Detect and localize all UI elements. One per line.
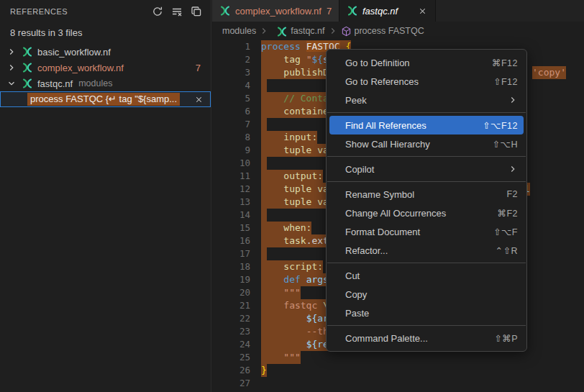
tab-label: fastqc.nf <box>362 6 398 17</box>
menu-item-cut[interactable]: Cut <box>327 266 526 285</box>
selection-highlight <box>261 79 267 92</box>
references-panel-header: REFERENCES <box>0 0 211 23</box>
menu-item-format-document[interactable]: Format Document⇧⌥F <box>327 222 526 241</box>
selection-highlight: } <box>261 364 267 377</box>
menu-item-label: Copy <box>345 289 367 300</box>
refresh-icon[interactable] <box>150 4 165 19</box>
code-token <box>301 41 306 52</box>
reference-result-item[interactable]: process FASTQC {↵ tag "${samp... <box>0 91 211 107</box>
code-token: script: <box>283 261 323 272</box>
selection-highlight: input: <box>261 131 317 144</box>
menu-item-change-all-occurrences[interactable]: Change All Occurrences⌘F2 <box>327 204 526 222</box>
panel-actions <box>150 4 204 19</box>
code-token <box>261 326 306 337</box>
nextflow-file-icon <box>347 5 358 17</box>
code-line-text: fastqc \ <box>261 299 329 312</box>
chevron-right-icon[interactable] <box>6 46 17 58</box>
menu-item-label: Go to References <box>345 76 419 87</box>
code-token <box>301 274 306 285</box>
menu-item-label: Find All References <box>345 120 426 131</box>
menu-item-label: Peek <box>345 95 367 106</box>
breadcrumb-item[interactable]: fastqc.nf <box>272 26 324 37</box>
code-token <box>261 170 283 181</box>
menu-item-shortcut: ⇧⌥H <box>493 139 518 150</box>
code-token: tag <box>283 54 300 65</box>
code-token <box>261 287 283 298</box>
code-token <box>261 339 306 350</box>
menu-item-find-all-references[interactable]: Find All References⇧⌥F12 <box>329 116 524 135</box>
menu-item-copy[interactable]: Copy <box>327 285 526 304</box>
code-line-text: script: <box>261 260 323 273</box>
sidebar-file-item[interactable]: basic_workflow.nf <box>0 44 211 60</box>
code-line-text: when: <box>261 222 311 234</box>
copy-icon[interactable] <box>189 4 204 19</box>
menu-item-label: Cut <box>345 270 360 281</box>
selection-highlight <box>261 209 267 222</box>
clear-all-icon[interactable] <box>170 4 184 19</box>
code-line[interactable]: 27 <box>212 377 584 390</box>
code-line-text: """ <box>261 286 301 299</box>
menu-item-shortcut: ⌘F2 <box>497 208 518 219</box>
code-token <box>317 300 323 311</box>
code-token <box>261 261 283 272</box>
menu-item-shortcut: ⇧F12 <box>493 76 518 87</box>
tab-complex_workflow-nf[interactable]: complex_workflow.nf7 <box>212 0 339 22</box>
menu-separator <box>327 181 526 182</box>
code-token: """ <box>283 352 300 363</box>
menu-item-go-to-definition[interactable]: Go to Definition⌘F12 <box>327 53 526 72</box>
menu-separator <box>327 112 526 113</box>
breadcrumb-label: modules <box>222 26 256 36</box>
line-number: 4 <box>212 79 250 92</box>
breadcrumb-item[interactable]: modules <box>222 26 256 36</box>
chevron-right-icon[interactable] <box>6 62 17 73</box>
menu-item-label: Copilot <box>345 164 374 175</box>
breadcrumb-item[interactable]: process FASTQC <box>341 26 424 37</box>
code-token <box>261 93 283 104</box>
menu-item-go-to-references[interactable]: Go to References⇧F12 <box>327 72 526 91</box>
references-tree: basic_workflow.nfcomplex_workflow.nf7fas… <box>0 44 211 107</box>
line-number: 20 <box>212 286 250 299</box>
menu-separator <box>327 156 526 157</box>
menu-item-label: Refactor... <box>345 245 388 256</box>
tab-fastqc-nf[interactable]: fastqc.nf <box>339 0 436 22</box>
reference-match-text: process FASTQC {↵ tag "${samp... <box>27 93 180 106</box>
code-token: input: <box>283 132 317 142</box>
menu-item-peek[interactable]: Peek <box>327 91 526 109</box>
code-token: fastqc <box>283 300 317 311</box>
menu-item-shortcut: F2 <box>506 189 518 199</box>
sidebar-file-item[interactable]: fastqc.nfmodules <box>0 76 211 91</box>
code-line[interactable]: 25 """ <box>212 351 584 364</box>
code-token <box>261 196 283 207</box>
line-number: 22 <box>212 312 250 325</box>
menu-item-rename-symbol[interactable]: Rename SymbolF2 <box>327 185 526 204</box>
nextflow-file-icon <box>22 46 33 58</box>
selection-highlight <box>261 157 267 170</box>
menu-item-refactor[interactable]: Refactor...⌃⇧R <box>327 241 526 260</box>
menu-item-paste[interactable]: Paste <box>327 304 526 322</box>
menu-item-label: Change All Occurrences <box>345 208 446 219</box>
line-number: 7 <box>212 118 250 131</box>
selection-highlight: output: <box>261 170 323 183</box>
line-number: 5 <box>212 92 250 105</box>
line-number: 15 <box>212 222 250 234</box>
code-token: when: <box>283 222 311 233</box>
selection-highlight: when: <box>261 222 311 234</box>
close-icon[interactable] <box>416 5 428 17</box>
code-token <box>261 183 283 194</box>
sidebar-file-item[interactable]: complex_workflow.nf7 <box>0 60 211 76</box>
menu-item-show-call-hierarchy[interactable]: Show Call Hierarchy⇧⌥H <box>327 135 526 153</box>
code-line[interactable]: 26} <box>212 364 584 377</box>
chevron-down-icon[interactable] <box>6 78 17 89</box>
file-name: complex_workflow.nf <box>37 63 124 73</box>
code-line-text <box>261 157 267 170</box>
line-number: 16 <box>212 234 250 247</box>
code-token <box>261 106 283 117</box>
menu-item-shortcut: ⇧⌘P <box>494 333 518 344</box>
code-line-text: """ <box>261 351 301 364</box>
code-token <box>261 300 283 311</box>
dismiss-icon[interactable] <box>193 94 204 105</box>
menu-item-copilot[interactable]: Copilot <box>327 160 526 178</box>
line-number: 1 <box>212 40 250 53</box>
line-number: 23 <box>212 325 250 338</box>
menu-item-command-palette[interactable]: Command Palette...⇧⌘P <box>327 329 526 347</box>
